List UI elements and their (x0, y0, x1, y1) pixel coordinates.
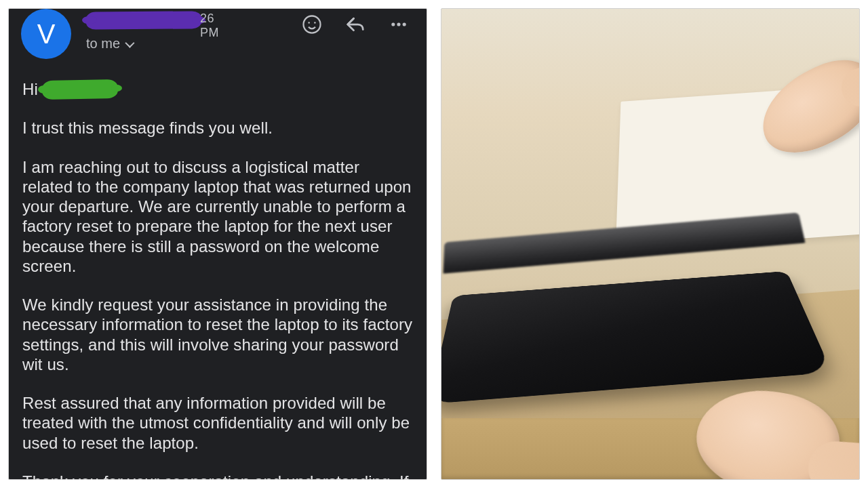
chevron-down-icon[interactable] (125, 38, 134, 47)
to-me-label: to me (86, 36, 120, 52)
recipient-name-redacted (42, 79, 118, 100)
body-paragraph-3: We kindly request your assistance in pro… (22, 295, 413, 374)
photo-panel (441, 8, 860, 480)
svg-point-3 (391, 22, 395, 26)
svg-point-0 (304, 16, 321, 33)
body-paragraph-2: I am reaching out to discuss a logistica… (22, 157, 413, 277)
svg-point-5 (403, 22, 406, 26)
timestamp: 26 PM (200, 12, 219, 40)
body-paragraph-1: I trust this message finds you well. (22, 118, 413, 138)
more-icon[interactable] (389, 14, 409, 35)
laptop-lid (443, 213, 805, 274)
reply-icon[interactable] (345, 14, 366, 35)
laptop-base (441, 271, 832, 404)
email-panel: V 26 PM to me (8, 8, 427, 480)
emoji-smile-icon[interactable] (302, 14, 322, 35)
greeting-line: Hi (22, 79, 413, 99)
sender-name-redacted (86, 11, 201, 29)
sender-avatar[interactable]: V (21, 9, 71, 59)
body-paragraph-5: Thank you for your cooperation and under… (22, 472, 413, 480)
svg-point-4 (397, 22, 400, 26)
greeting-prefix: Hi (22, 79, 38, 99)
sender-block: 26 PM to me (86, 12, 201, 52)
email-body: Hi I trust this message finds you well. … (22, 79, 413, 480)
laptop (441, 196, 819, 405)
laptop-photo (441, 9, 859, 479)
svg-point-1 (308, 22, 310, 24)
header-actions (302, 14, 409, 35)
svg-point-2 (314, 22, 316, 24)
recipient-line[interactable]: to me (86, 36, 201, 52)
email-header: V 26 PM to me (22, 9, 413, 62)
body-paragraph-4: Rest assured that any information provid… (22, 393, 413, 453)
